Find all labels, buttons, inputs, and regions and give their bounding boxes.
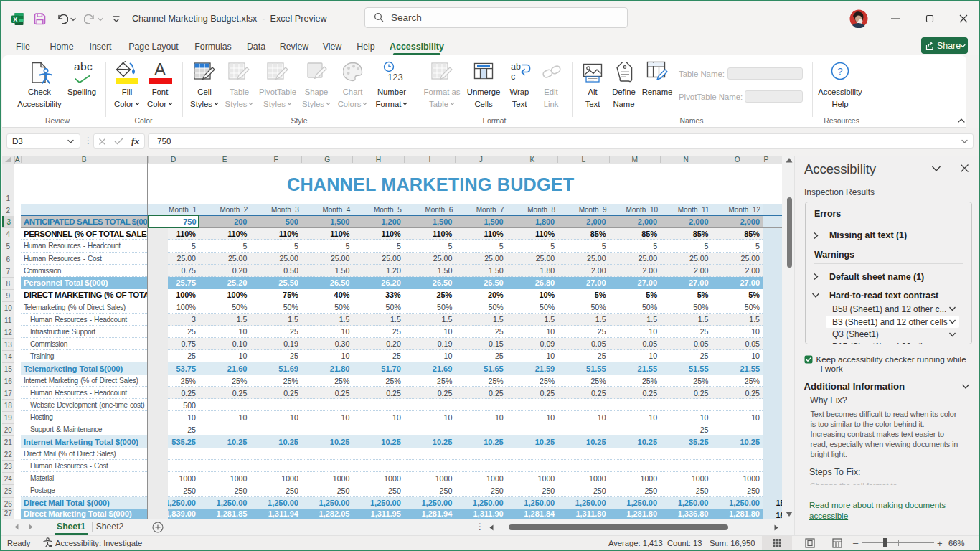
- svg-text:?: ?: [837, 66, 843, 77]
- svg-text:c: c: [511, 72, 515, 82]
- svg-text:X: X: [13, 16, 17, 23]
- svg-text:ab: ab: [511, 62, 521, 72]
- svg-text:123: 123: [387, 72, 403, 83]
